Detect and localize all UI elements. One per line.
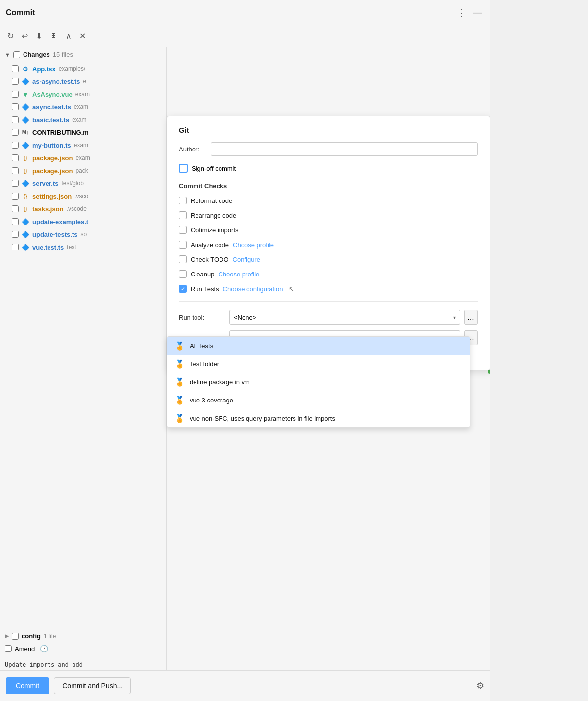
file-type-icon: 🔷 bbox=[22, 116, 29, 124]
amend-checkbox[interactable] bbox=[5, 645, 12, 652]
clock-icon: 🕐 bbox=[40, 645, 48, 652]
file-path: exam bbox=[74, 142, 88, 149]
file-name: basic.test.ts bbox=[32, 116, 69, 124]
file-type-icon: 🔷 bbox=[22, 180, 29, 187]
list-item[interactable]: 🔷 as-async.test.ts e bbox=[0, 75, 166, 88]
changes-count: 15 files bbox=[53, 51, 73, 58]
file-path: exam bbox=[74, 103, 88, 110]
file-checkbox[interactable] bbox=[12, 231, 19, 238]
undo-icon[interactable]: ↩ bbox=[20, 30, 29, 42]
file-checkbox[interactable] bbox=[12, 103, 19, 110]
vue3-coverage-icon: 🏅 bbox=[175, 396, 185, 405]
signoff-checkbox[interactable] bbox=[179, 164, 188, 173]
list-item[interactable]: {} package.json pack bbox=[0, 164, 166, 177]
file-name: async.test.ts bbox=[32, 103, 71, 111]
todo-checkbox[interactable] bbox=[179, 255, 187, 263]
git-panel-title: Git bbox=[179, 126, 478, 134]
dropdown-item-vue-nonsfc[interactable]: 🏅 vue non-SFC, uses query parameters in … bbox=[167, 409, 470, 427]
optimize-label: Optimize imports bbox=[191, 226, 239, 234]
file-path: e bbox=[83, 78, 87, 85]
file-checkbox[interactable] bbox=[12, 167, 19, 174]
amend-label: Amend bbox=[15, 645, 35, 652]
commit-button[interactable]: Commit bbox=[6, 677, 49, 694]
settings-icon[interactable]: ⚙ bbox=[476, 680, 484, 691]
file-checkbox[interactable] bbox=[12, 116, 19, 123]
author-input[interactable] bbox=[211, 142, 478, 156]
changes-collapse-icon[interactable]: ▼ bbox=[5, 52, 10, 58]
file-path: so bbox=[80, 231, 87, 238]
file-name: tasks.json bbox=[32, 205, 64, 213]
changes-select-all-checkbox[interactable] bbox=[13, 51, 20, 58]
download-icon[interactable]: ⬇ bbox=[34, 30, 44, 42]
list-item[interactable]: {} settings.json .vsco bbox=[0, 190, 166, 202]
file-checkbox[interactable] bbox=[12, 91, 19, 98]
list-item[interactable]: 🔷 basic.test.ts exam bbox=[0, 113, 166, 126]
config-checkbox[interactable] bbox=[12, 633, 19, 640]
tests-checkbox[interactable]: ✓ bbox=[179, 285, 187, 293]
dropdown-item-all-tests[interactable]: 🏅 All Tests bbox=[167, 337, 470, 355]
file-name: as-async.test.ts bbox=[32, 78, 80, 85]
file-path: examples/ bbox=[59, 65, 86, 72]
cleanup-choose-profile-link[interactable]: Choose profile bbox=[218, 271, 259, 278]
file-type-icon: 🔷 bbox=[22, 231, 29, 238]
eye-icon[interactable]: 👁 bbox=[49, 30, 59, 42]
file-checkbox[interactable] bbox=[12, 218, 19, 225]
list-item[interactable]: 🔷 update-examples.t bbox=[0, 215, 166, 228]
commit-and-push-button[interactable]: Commit and Push... bbox=[54, 677, 131, 694]
file-checkbox[interactable] bbox=[12, 129, 19, 136]
optimize-checkbox[interactable] bbox=[179, 226, 187, 234]
dropdown-item-define-package[interactable]: 🏅 define package in vm bbox=[167, 373, 470, 391]
close-icon[interactable]: ✕ bbox=[78, 30, 87, 42]
analyze-choose-profile-link[interactable]: Choose profile bbox=[233, 241, 274, 249]
rearrange-label: Rearrange code bbox=[191, 212, 236, 219]
author-label: Author: bbox=[179, 146, 206, 153]
analyze-checkbox[interactable] bbox=[179, 241, 187, 249]
tests-label: Run Tests bbox=[191, 285, 219, 293]
minimize-button[interactable]: — bbox=[471, 6, 484, 19]
all-tests-label: All Tests bbox=[190, 342, 213, 350]
vue-nonsfc-label: vue non-SFC, uses query parameters in fi… bbox=[190, 415, 335, 422]
tests-choose-configuration-link[interactable]: Choose configuration bbox=[223, 285, 283, 293]
file-name: update-examples.t bbox=[32, 218, 88, 225]
test-configuration-dropdown: 🏅 All Tests 🏅 Test folder 🏅 define packa… bbox=[167, 336, 470, 428]
rearrange-checkbox[interactable] bbox=[179, 211, 187, 219]
file-checkbox[interactable] bbox=[12, 205, 19, 212]
list-item[interactable]: 🔷 vue.test.ts test bbox=[0, 241, 166, 253]
file-checkbox[interactable] bbox=[12, 180, 19, 187]
run-tool-select[interactable]: <None> ▾ bbox=[229, 310, 460, 325]
cleanup-checkbox[interactable] bbox=[179, 270, 187, 278]
cleanup-label: Cleanup bbox=[191, 271, 214, 278]
list-item[interactable]: 🔷 async.test.ts exam bbox=[0, 100, 166, 113]
file-checkbox[interactable] bbox=[12, 78, 19, 85]
git-panel: Git Author: Sign-off commit Commit Check… bbox=[167, 116, 490, 370]
file-checkbox[interactable] bbox=[12, 142, 19, 149]
run-tool-chevron-icon: ▾ bbox=[453, 315, 456, 320]
list-item[interactable]: 🔷 update-tests.ts so bbox=[0, 228, 166, 241]
more-options-button[interactable]: ⋮ bbox=[455, 6, 467, 19]
file-path: exam bbox=[75, 91, 90, 98]
dropdown-item-vue3-coverage[interactable]: 🏅 vue 3 coverage bbox=[167, 391, 470, 409]
file-type-icon: 🔷 bbox=[22, 244, 29, 251]
refresh-icon[interactable]: ↻ bbox=[6, 30, 15, 42]
file-name: settings.json bbox=[32, 193, 72, 200]
list-item[interactable]: M↓ CONTRIBUTING.m bbox=[0, 126, 166, 139]
panel-title: Commit bbox=[6, 8, 35, 17]
run-tool-more-button[interactable]: … bbox=[464, 310, 478, 325]
list-item[interactable]: {} package.json exam bbox=[0, 151, 166, 164]
list-item[interactable]: ▼ AsAsync.vue exam bbox=[0, 88, 166, 100]
list-item[interactable]: 🔷 server.ts test/glob bbox=[0, 177, 166, 190]
file-checkbox[interactable] bbox=[12, 244, 19, 250]
dropdown-item-test-folder[interactable]: 🏅 Test folder bbox=[167, 355, 470, 373]
reformat-checkbox[interactable] bbox=[179, 197, 187, 204]
list-item[interactable]: ⚙ App.tsx examples/ bbox=[0, 62, 166, 75]
list-item[interactable]: {} tasks.json .vscode bbox=[0, 202, 166, 215]
file-checkbox[interactable] bbox=[12, 193, 19, 200]
todo-configure-link[interactable]: Configure bbox=[233, 256, 260, 263]
up-icon[interactable]: ∧ bbox=[64, 30, 73, 42]
file-checkbox[interactable] bbox=[12, 65, 19, 72]
test-folder-icon: 🏅 bbox=[175, 359, 185, 369]
vue3-coverage-label: vue 3 coverage bbox=[190, 397, 233, 404]
file-checkbox[interactable] bbox=[12, 154, 19, 161]
list-item[interactable]: 🔷 my-button.ts exam bbox=[0, 139, 166, 151]
config-expand-icon[interactable]: ▶ bbox=[5, 633, 9, 639]
